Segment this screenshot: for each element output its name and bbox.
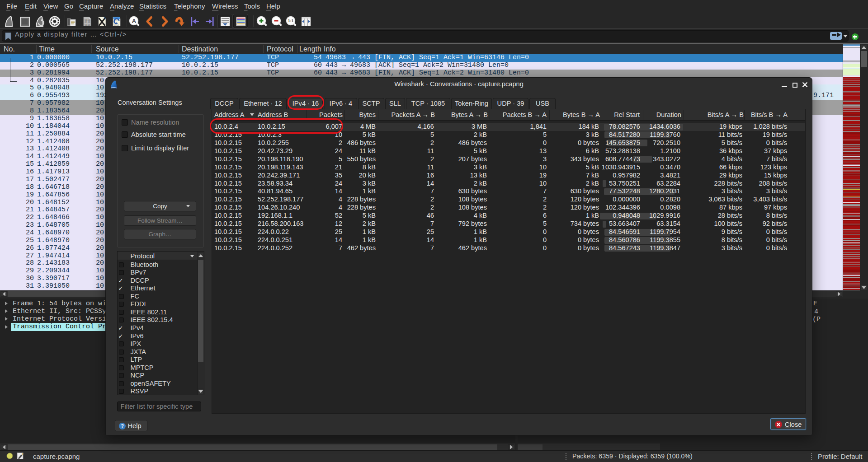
svg-text:A: A: [132, 18, 137, 24]
svg-text:?: ?: [121, 423, 123, 429]
svg-text:1:1: 1:1: [288, 19, 293, 23]
svg-text:0111: 0111: [85, 24, 90, 27]
